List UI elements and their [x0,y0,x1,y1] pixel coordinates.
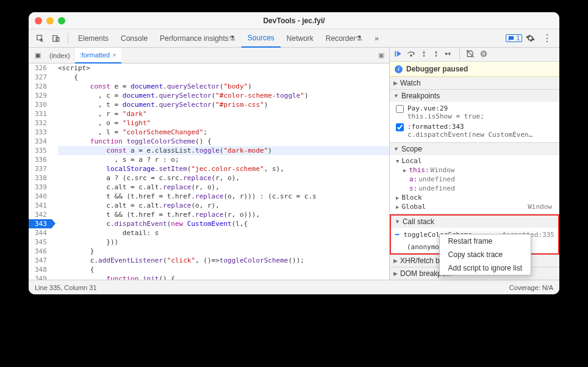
breakpoints-section: ▼Breakpoints Pay.vue:29 this.isShow = tr… [390,90,559,143]
tab-recorder[interactable]: Recorder ⚗ [320,29,368,48]
step-out-icon[interactable] [432,49,440,60]
tab-network[interactable]: Network [281,29,320,48]
code-editor[interactable]: 3263273283293303313323333343353363373383… [29,64,389,280]
step-icon[interactable] [445,49,453,60]
tab-sources[interactable]: Sources [242,29,281,48]
svg-point-6 [436,55,437,57]
step-over-icon[interactable] [407,49,415,60]
file-tab-formatted[interactable]: :formatted × [75,48,121,64]
close-tab-icon[interactable]: × [112,51,116,59]
file-tabs: ▣ (index) :formatted × ▣ [29,48,389,64]
watch-section: ▶Watch [390,77,559,90]
source-pane: ▣ (index) :formatted × ▣ 326327328329330… [29,48,390,280]
svg-rect-1 [53,35,57,41]
devtools-window: DevTools - jec.fyi/ Elements Console Per… [29,12,559,294]
breakpoint-item[interactable]: :formatted:343 c.dispatchEvent(new Custo… [392,122,559,140]
file-tabs-overflow-icon[interactable]: ▣ [378,51,387,59]
messages-chip[interactable]: 1 [506,34,522,42]
menu-copy-stack-trace[interactable]: Copy stack trace [440,248,531,261]
tab-performance-insights[interactable]: Performance insights ⚗ [154,29,242,48]
navigator-toggle-icon[interactable]: ▣ [31,51,45,59]
more-icon[interactable]: ⋮ [539,32,556,44]
pause-exceptions-icon[interactable] [479,49,488,60]
code-lines[interactable]: <script> { const e = document.querySelec… [52,64,389,280]
svg-rect-9 [482,52,483,55]
status-bar: Line 335, Column 31 Coverage: N/A [29,280,559,294]
titlebar: DevTools - jec.fyi/ [29,12,559,29]
menu-restart-frame[interactable]: Restart frame [440,234,531,248]
beaker-icon: ⚗ [356,34,362,43]
cursor-position: Line 335, Column 31 [35,284,97,291]
deactivate-breakpoints-icon[interactable] [466,49,475,60]
breakpoint-checkbox[interactable] [396,105,404,113]
paused-label: Debugger paused [406,65,468,73]
paused-banner: i Debugger paused [390,62,559,77]
svg-point-8 [481,50,487,57]
debugger-toolbar [390,48,559,62]
svg-rect-10 [484,52,485,55]
watch-header[interactable]: ▶Watch [390,77,559,89]
resume-icon[interactable] [393,49,402,60]
svg-point-4 [411,54,412,56]
svg-rect-3 [395,51,396,56]
svg-point-7 [445,53,446,54]
svg-point-5 [423,55,425,57]
menu-add-ignore-list[interactable]: Add script to ignore list [440,261,531,275]
beaker-icon: ⚗ [229,34,235,43]
line-gutter: 3263273283293303313323333343353363373383… [29,64,52,280]
scope-header[interactable]: ▼Scope [390,143,559,155]
tabs-overflow-icon[interactable]: » [368,29,385,48]
coverage-status: Coverage: N/A [509,284,553,291]
breakpoints-header[interactable]: ▼Breakpoints [390,90,559,102]
scope-section: ▼Scope ▼Local ▶this: Window a: undefined… [390,143,559,214]
info-icon: i [395,65,403,73]
tab-elements[interactable]: Elements [72,29,115,48]
callstack-header[interactable]: ▼Call stack [391,216,558,228]
main-tabs: Elements Console Performance insights ⚗ … [29,29,559,48]
settings-icon[interactable] [522,34,539,43]
tab-console[interactable]: Console [115,29,154,48]
inspect-icon[interactable] [32,34,48,43]
breakpoint-checkbox[interactable] [396,123,404,131]
window-title: DevTools - jec.fyi/ [29,16,559,25]
device-toggle-icon[interactable] [48,34,64,43]
context-menu: Restart frame Copy stack trace Add scrip… [439,234,531,275]
step-into-icon[interactable] [420,49,428,60]
current-frame-icon: ➡ [395,230,400,239]
breakpoint-item[interactable]: Pay.vue:29 this.isShow = true; [392,103,559,122]
file-tab-index[interactable]: (index) [45,48,75,64]
